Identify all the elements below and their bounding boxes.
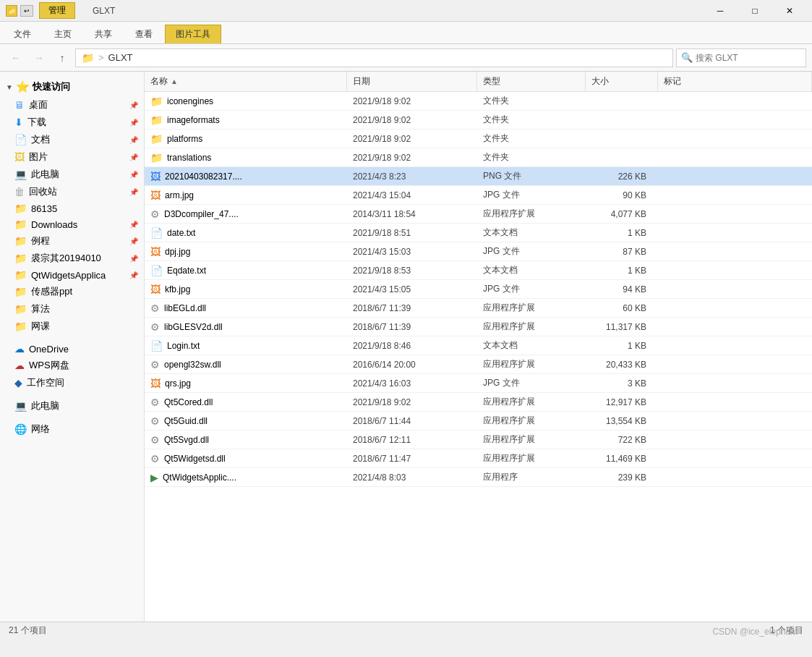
pin-icon: 📌 — [129, 136, 138, 144]
file-type-icon: ⚙ — [150, 321, 160, 333]
tab-home[interactable]: 主页 — [43, 25, 82, 43]
file-name: 📁 imageformats — [145, 114, 347, 126]
sidebar-item-desktop[interactable]: 🖥 桌面 📌 — [0, 96, 144, 114]
file-name: 📄 date.txt — [145, 227, 347, 239]
file-type-icon: 🖼 — [150, 190, 161, 201]
col-header-name[interactable]: 名称 ▲ — [145, 72, 347, 91]
tab-picture-tools[interactable]: 图片工具 — [165, 25, 221, 43]
pc-icon: 💻 — [14, 400, 27, 412]
file-name: 📁 iconengines — [145, 96, 347, 107]
table-row[interactable]: ⚙ libEGLd.dll 2018/6/7 11:39 应用程序扩展 60 K… — [145, 299, 812, 318]
col-header-size[interactable]: 大小 — [586, 72, 658, 91]
sidebar-item-courses[interactable]: 📁 网课 — [0, 318, 144, 335]
main-layout: ▼ ⭐ 快速访问 🖥 桌面 📌 ⬇ 下载 📌 📄 文档 📌 🖼 图片 📌 💻 此… — [0, 72, 812, 622]
pin-icon: 📌 — [129, 171, 138, 179]
sidebar-item-label: 下载 — [27, 116, 46, 129]
column-header: 名称 ▲ 日期 类型 大小 标记 — [145, 72, 812, 92]
search-box[interactable]: 🔍 — [676, 48, 806, 67]
pin-icon: 📌 — [129, 271, 138, 279]
ribbon: 文件 主页 共享 查看 图片工具 — [0, 22, 812, 44]
file-date: 2018/6/7 12:11 — [347, 435, 477, 445]
table-row[interactable]: 🖼 kfb.jpg 2021/4/3 15:05 JPG 文件 94 KB — [145, 280, 812, 299]
search-input[interactable] — [696, 53, 804, 63]
col-header-note[interactable]: 标记 — [658, 72, 812, 91]
sidebar-item-86135[interactable]: 📁 86135 — [0, 200, 144, 216]
table-row[interactable]: ⚙ D3Dcompiler_47.... 2014/3/11 18:54 应用程… — [145, 205, 812, 224]
sidebar-item-docs[interactable]: 📄 文档 📌 — [0, 131, 144, 148]
pictures-icon: 🖼 — [14, 151, 25, 163]
table-row[interactable]: 📁 translations 2021/9/18 9:02 文件夹 — [145, 148, 812, 167]
file-type-icon: ⚙ — [150, 415, 160, 427]
file-type-icon: 🖼 — [150, 171, 161, 182]
minimize-button[interactable]: ─ — [704, 1, 737, 20]
sidebar-item-downloads[interactable]: 📁 Downloads 📌 — [0, 216, 144, 232]
maximize-button[interactable]: □ — [738, 1, 772, 20]
close-button[interactable]: ✕ — [773, 1, 806, 20]
up-button[interactable]: ↑ — [52, 48, 72, 67]
table-row[interactable]: 📄 date.txt 2021/9/18 8:51 文本文档 1 KB — [145, 224, 812, 242]
workspace-icon: ◆ — [14, 377, 22, 389]
table-row[interactable]: 🖼 qrs.jpg 2021/4/3 16:03 JPG 文件 3 KB — [145, 374, 812, 393]
pin-icon: 📌 — [129, 237, 138, 245]
table-row[interactable]: 🖼 20210403082317.... 2021/4/3 8:23 PNG 文… — [145, 167, 812, 186]
table-row[interactable]: ▶ QtWidgetsApplic.... 2021/4/8 8:03 应用程序… — [145, 468, 812, 487]
table-row[interactable]: 🖼 arm.jpg 2021/4/3 15:04 JPG 文件 90 KB — [145, 186, 812, 205]
undo-btn[interactable]: ↩ — [20, 5, 33, 17]
window-title: GLXT — [81, 4, 127, 17]
sidebar-item-pictures[interactable]: 🖼 图片 📌 — [0, 148, 144, 166]
file-name: ⚙ Qt5Guid.dll — [145, 415, 347, 427]
back-button[interactable]: ← — [6, 48, 26, 67]
table-row[interactable]: 📄 Eqdate.txt 2021/9/18 8:53 文本文档 1 KB — [145, 261, 812, 280]
tab-share[interactable]: 共享 — [84, 25, 123, 43]
table-row[interactable]: ⚙ Qt5Cored.dll 2021/9/18 9:02 应用程序扩展 12,… — [145, 393, 812, 412]
address-path[interactable]: 📁 > GLXT — [75, 48, 673, 67]
table-row[interactable]: ⚙ Qt5Widgetsd.dll 2018/6/7 11:47 应用程序扩展 … — [145, 449, 812, 468]
sidebar-item-onedrive[interactable]: ☁ OneDrive — [0, 341, 144, 357]
col-header-date[interactable]: 日期 — [347, 72, 477, 91]
sidebar-item-label: 网课 — [31, 320, 50, 333]
file-size: 226 KB — [586, 171, 658, 182]
sidebar-item-thispc[interactable]: 💻 此电脑 📌 — [0, 166, 144, 183]
sidebar-item-thispc2[interactable]: 💻 此电脑 — [0, 397, 144, 415]
sidebar-item-examples[interactable]: 📁 例程 📌 — [0, 232, 144, 250]
table-row[interactable]: ⚙ Qt5Svgd.dll 2018/6/7 12:11 应用程序扩展 722 … — [145, 431, 812, 449]
file-size: 12,917 KB — [586, 397, 658, 407]
sidebar-item-network[interactable]: 🌐 网络 — [0, 420, 144, 438]
table-row[interactable]: ⚙ Qt5Guid.dll 2018/6/7 11:44 应用程序扩展 13,5… — [145, 412, 812, 431]
chevron-down-icon: ▼ — [6, 83, 13, 91]
file-type: 应用程序扩展 — [477, 433, 586, 446]
file-type: 应用程序扩展 — [477, 358, 586, 370]
file-date: 2021/4/3 15:05 — [347, 284, 477, 294]
table-row[interactable]: 📁 imageformats 2021/9/18 9:02 文件夹 — [145, 111, 812, 130]
table-row[interactable]: 📄 Login.txt 2021/9/18 8:46 文本文档 1 KB — [145, 336, 812, 355]
sidebar-item-qiuzongqi[interactable]: 📁 裘宗其20194010 📌 — [0, 250, 144, 267]
table-row[interactable]: ⚙ opengl32sw.dll 2016/6/14 20:00 应用程序扩展 … — [145, 355, 812, 374]
sidebar-item-sensor[interactable]: 📁 传感器ppt — [0, 283, 144, 300]
table-row[interactable]: 📁 iconengines 2021/9/18 9:02 文件夹 — [145, 92, 812, 111]
sidebar-item-qtwidgets[interactable]: 📁 QtWidgetsApplica 📌 — [0, 267, 144, 283]
file-type: JPG 文件 — [477, 245, 586, 258]
tab-view[interactable]: 查看 — [124, 25, 163, 43]
table-row[interactable]: ⚙ libGLESV2d.dll 2018/6/7 11:39 应用程序扩展 1… — [145, 318, 812, 336]
forward-button[interactable]: → — [29, 48, 49, 67]
file-type-icon: ⚙ — [150, 302, 160, 314]
path-folder-icon: 📁 — [82, 52, 94, 64]
tab-file[interactable]: 文件 — [3, 25, 42, 43]
manage-tab[interactable]: 管理 — [39, 2, 75, 19]
sidebar-item-recycle[interactable]: 🗑 回收站 📌 — [0, 183, 144, 200]
pin-icon: 📌 — [129, 221, 138, 229]
file-size: 4,077 KB — [586, 209, 658, 219]
col-header-type[interactable]: 类型 — [477, 72, 586, 91]
table-row[interactable]: 🖼 dpj.jpg 2021/4/3 15:03 JPG 文件 87 KB — [145, 242, 812, 261]
sidebar-item-label: 回收站 — [29, 185, 57, 198]
sidebar-item-wps[interactable]: ☁ WPS网盘 — [0, 357, 144, 374]
sidebar-item-workspace[interactable]: ◆ 工作空间 — [0, 374, 144, 391]
table-row[interactable]: 📁 platforms 2021/9/18 9:02 文件夹 — [145, 130, 812, 148]
file-date: 2021/9/18 9:02 — [347, 115, 477, 125]
file-date: 2021/9/18 9:02 — [347, 96, 477, 106]
file-size: 11,469 KB — [586, 454, 658, 464]
quick-access-header[interactable]: ▼ ⭐ 快速访问 — [0, 77, 144, 96]
sidebar-item-algorithm[interactable]: 📁 算法 — [0, 300, 144, 318]
sidebar-item-download[interactable]: ⬇ 下载 📌 — [0, 114, 144, 131]
pin-icon: 📌 — [129, 188, 138, 196]
